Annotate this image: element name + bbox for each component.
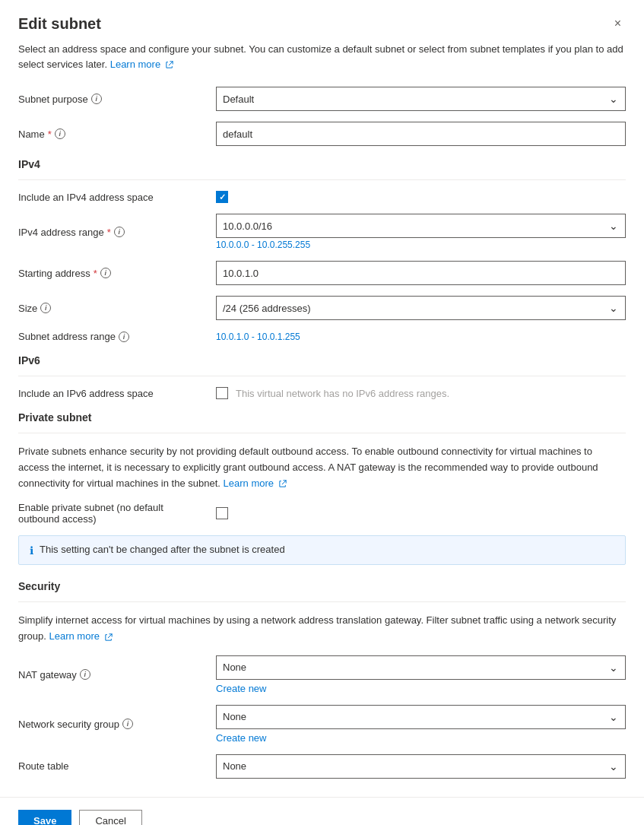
nsg-info-icon[interactable]: i: [122, 719, 133, 729]
ipv4-range-control: 10.0.0.0/16 10.0.0.0 - 10.0.255.255: [216, 214, 626, 250]
private-subnet-divider: [18, 433, 626, 433]
panel-title: Edit subnet: [18, 15, 101, 33]
private-subnet-description: Private subnets enhance security by not …: [18, 444, 626, 491]
info-box-icon: ℹ: [30, 544, 33, 557]
ipv4-heading: IPv4: [18, 158, 626, 170]
include-ipv4-checkbox[interactable]: [216, 191, 228, 203]
route-table-row: Route table None: [18, 754, 626, 779]
security-heading: Security: [18, 580, 626, 592]
security-external-link-icon: [105, 633, 113, 641]
subnet-purpose-info-icon[interactable]: i: [91, 94, 102, 104]
nsg-select[interactable]: None: [216, 705, 626, 729]
name-row: Name * i: [18, 122, 626, 146]
include-ipv6-row: Include an IPv6 address space This virtu…: [18, 387, 626, 399]
subnet-purpose-label: Subnet purpose i: [18, 94, 216, 105]
include-ipv4-checkbox-wrap: [216, 191, 228, 203]
nat-gateway-select-wrapper: None: [216, 655, 626, 680]
subnet-purpose-control: Default Virtual Network Gateway Azure Ba…: [216, 87, 626, 111]
description-text: Select an address space and configure yo…: [18, 42, 626, 71]
info-box: ℹ This setting can't be changed after th…: [18, 535, 626, 565]
ipv4-range-required: *: [107, 227, 111, 238]
subnet-purpose-select[interactable]: Default Virtual Network Gateway Azure Ba…: [216, 87, 626, 111]
subnet-purpose-select-wrapper: Default Virtual Network Gateway Azure Ba…: [216, 87, 626, 111]
ipv6-divider: [18, 376, 626, 376]
ipv4-range-row: IPv4 address range * i 10.0.0.0/16 10.0.…: [18, 214, 626, 250]
starting-address-control: [216, 261, 626, 285]
ipv4-range-select[interactable]: 10.0.0.0/16: [216, 214, 626, 238]
nsg-label: Network security group i: [18, 719, 216, 730]
size-control: /24 (256 addresses) /25 (128 addresses) …: [216, 296, 626, 320]
route-table-label: Route table: [18, 760, 216, 772]
panel-footer: Save Cancel: [0, 797, 644, 825]
close-button[interactable]: ×: [610, 15, 626, 32]
security-description: Simplify internet access for virtual mac…: [18, 613, 626, 645]
size-info-icon[interactable]: i: [40, 303, 51, 313]
ipv4-range-info-icon[interactable]: i: [114, 227, 125, 237]
external-link-icon: [166, 61, 173, 68]
nat-gateway-control: None Create new: [216, 655, 626, 694]
nat-gateway-info-icon[interactable]: i: [80, 669, 90, 680]
nsg-select-wrapper: None: [216, 705, 626, 729]
subnet-range-label: Subnet address range i: [18, 331, 216, 342]
size-label: Size i: [18, 303, 216, 314]
cancel-button[interactable]: Cancel: [79, 810, 141, 825]
ipv4-range-label: IPv4 address range * i: [18, 227, 216, 238]
subnet-purpose-row: Subnet purpose i Default Virtual Network…: [18, 87, 626, 111]
starting-address-row: Starting address * i: [18, 261, 626, 285]
size-select[interactable]: /24 (256 addresses) /25 (128 addresses) …: [216, 296, 626, 320]
save-button[interactable]: Save: [18, 810, 71, 825]
nat-gateway-select[interactable]: None: [216, 655, 626, 680]
enable-private-row: Enable private subnet (no default outbou…: [18, 502, 626, 525]
name-required-star: *: [48, 129, 52, 140]
panel-body: Select an address space and configure yo…: [0, 42, 644, 789]
subnet-range-info-icon[interactable]: i: [119, 332, 129, 342]
size-select-wrapper: /24 (256 addresses) /25 (128 addresses) …: [216, 296, 626, 320]
ipv4-range-sub-text: 10.0.0.0 - 10.0.255.255: [216, 240, 626, 250]
ipv4-range-select-wrapper: 10.0.0.0/16: [216, 214, 626, 238]
security-learn-more-link[interactable]: Learn more: [49, 630, 100, 642]
ipv6-heading: IPv6: [18, 354, 626, 366]
subnet-range-text: 10.0.1.0 - 10.0.1.255: [216, 332, 300, 342]
include-ipv6-label: Include an IPv6 address space: [18, 388, 216, 399]
edit-subnet-panel: Edit subnet × Select an address space an…: [0, 0, 644, 825]
enable-private-label: Enable private subnet (no default outbou…: [18, 502, 216, 525]
starting-address-info-icon[interactable]: i: [100, 268, 111, 278]
starting-address-required: *: [94, 268, 97, 279]
name-label: Name * i: [18, 129, 216, 140]
nat-gateway-row: NAT gateway i None Create new: [18, 655, 626, 694]
security-divider: [18, 601, 626, 602]
enable-private-checkbox[interactable]: [216, 507, 228, 519]
subnet-range-value: 10.0.1.0 - 10.0.1.255: [216, 331, 626, 342]
subnet-range-row: Subnet address range i 10.0.1.0 - 10.0.1…: [18, 331, 626, 342]
route-table-select[interactable]: None: [216, 754, 626, 779]
include-ipv4-label: Include an IPv4 address space: [18, 192, 216, 203]
route-table-control: None: [216, 754, 626, 779]
private-subnet-learn-more-link[interactable]: Learn more: [224, 478, 274, 489]
ipv4-divider: [18, 179, 626, 180]
private-subnet-heading: Private subnet: [18, 411, 626, 424]
nsg-create-new-link[interactable]: Create new: [216, 732, 626, 744]
description-learn-more-link[interactable]: Learn more: [110, 59, 160, 70]
private-subnet-external-link-icon: [279, 480, 287, 487]
size-row: Size i /24 (256 addresses) /25 (128 addr…: [18, 296, 626, 320]
starting-address-input[interactable]: [216, 261, 626, 285]
nsg-control: None Create new: [216, 705, 626, 744]
include-ipv6-checkbox-wrap: This virtual network has no IPv6 address…: [216, 387, 449, 399]
name-info-icon[interactable]: i: [55, 129, 65, 139]
nsg-row: Network security group i None Create new: [18, 705, 626, 744]
ipv6-disabled-text: This virtual network has no IPv6 address…: [236, 388, 449, 399]
name-control: [216, 122, 626, 146]
starting-address-label: Starting address * i: [18, 268, 216, 279]
route-table-select-wrapper: None: [216, 754, 626, 779]
include-ipv4-row: Include an IPv4 address space: [18, 191, 626, 203]
enable-private-checkbox-wrap: [216, 507, 228, 519]
nat-gateway-label: NAT gateway i: [18, 669, 216, 681]
include-ipv6-checkbox[interactable]: [216, 387, 228, 399]
info-box-text: This setting can't be changed after the …: [40, 544, 285, 555]
panel-header: Edit subnet ×: [0, 0, 644, 42]
nat-create-new-link[interactable]: Create new: [216, 683, 626, 694]
name-input[interactable]: [216, 122, 626, 146]
